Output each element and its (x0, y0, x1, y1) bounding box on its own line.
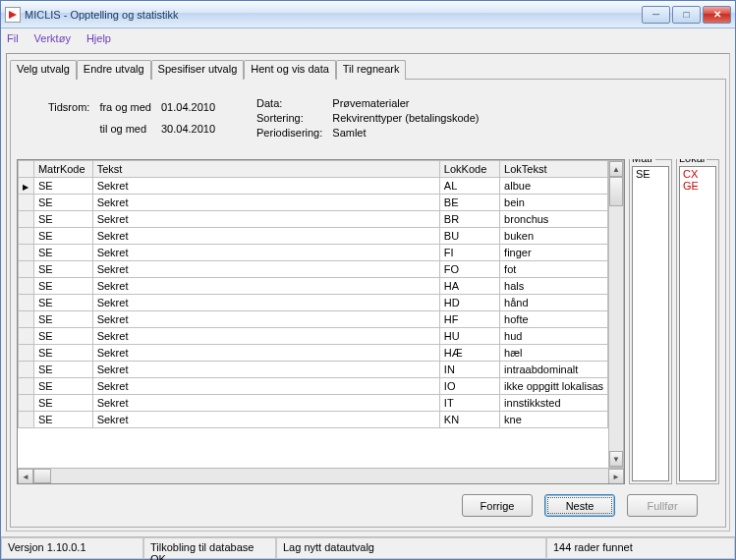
cell-lokkode: KN (439, 412, 499, 428)
cell-loktekst: fot (500, 261, 608, 278)
status-bar: Versjon 1.10.0.1 Tilkobling til database… (1, 536, 735, 559)
cell-tekst: Sekret (92, 278, 439, 295)
menu-tools[interactable]: Verktøy (34, 32, 71, 44)
cell-matrkode: SE (33, 311, 92, 328)
row-selector[interactable] (19, 395, 34, 412)
til-label: til og med (99, 120, 159, 140)
cell-tekst: Sekret (92, 211, 439, 228)
table-row[interactable]: SESekretITinnstikksted (19, 395, 608, 412)
cell-matrkode: SE (33, 211, 92, 228)
lokal-list[interactable]: CXGE (679, 166, 716, 481)
row-selector[interactable] (19, 228, 34, 245)
scroll-left-icon[interactable]: ◄ (18, 469, 33, 484)
cell-loktekst: hud (500, 328, 608, 345)
cell-tekst: Sekret (92, 412, 439, 428)
row-selector[interactable] (19, 362, 34, 378)
cell-loktekst: hånd (500, 295, 608, 311)
row-selector[interactable] (19, 211, 34, 228)
row-selector[interactable] (19, 311, 34, 328)
cell-loktekst: bein (500, 195, 608, 211)
menu-file[interactable]: Fil (7, 32, 19, 44)
cell-matrkode: SE (33, 178, 92, 195)
minimize-button[interactable]: ─ (642, 6, 670, 24)
tab-0[interactable]: Velg utvalg (10, 60, 77, 80)
lokal-box: Lokal CXGE (676, 159, 719, 484)
cell-matrkode: SE (33, 245, 92, 261)
row-selector[interactable] (19, 328, 34, 345)
row-selector[interactable] (19, 245, 34, 261)
row-selector[interactable] (19, 345, 34, 362)
horizontal-scrollbar[interactable]: ◄ ► (18, 468, 624, 483)
row-selector[interactable] (19, 412, 34, 428)
table-row[interactable]: SESekretBRbronchus (19, 211, 608, 228)
matr-list[interactable]: SE (632, 166, 669, 481)
prev-button[interactable]: Forrige (462, 494, 533, 517)
tab-1[interactable]: Endre utvalg (77, 60, 151, 80)
cell-matrkode: SE (33, 295, 92, 311)
table-row[interactable]: SESekretHFhofte (19, 311, 608, 328)
cell-matrkode: SE (33, 228, 92, 245)
scroll-down-icon[interactable]: ▼ (609, 451, 623, 467)
cell-loktekst: albue (500, 178, 608, 195)
row-selector[interactable] (19, 195, 34, 211)
row-selector[interactable] (19, 261, 34, 278)
hscroll-thumb[interactable] (33, 469, 51, 483)
table-row[interactable]: SESekretINintraabdominalt (19, 362, 608, 378)
cell-lokkode: IT (439, 395, 499, 412)
period-label: Periodisering: (256, 127, 330, 140)
data-grid[interactable]: MatrKode Tekst LokKode LokTekst SESekret… (17, 159, 625, 484)
cell-lokkode: BR (439, 211, 499, 228)
row-selector[interactable] (19, 178, 34, 195)
list-item[interactable]: GE (683, 180, 712, 192)
table-row[interactable]: SESekretKNkne (19, 412, 608, 428)
table-row[interactable]: SESekretBEbein (19, 195, 608, 211)
cell-tekst: Sekret (92, 345, 439, 362)
table-row[interactable]: SESekretFOfot (19, 261, 608, 278)
list-item[interactable]: SE (636, 168, 665, 180)
cell-tekst: Sekret (92, 178, 439, 195)
table-row[interactable]: SESekretHAhals (19, 278, 608, 295)
next-button[interactable]: Neste (544, 494, 615, 517)
list-item[interactable]: CX (683, 168, 712, 180)
col-matrkode[interactable]: MatrKode (33, 161, 92, 178)
cell-loktekst: bronchus (500, 211, 608, 228)
table-row[interactable]: SESekretFIfinger (19, 245, 608, 261)
scroll-thumb[interactable] (609, 177, 623, 206)
row-selector[interactable] (19, 278, 34, 295)
status-db: Tilkobling til database OK (143, 537, 276, 559)
col-loktekst[interactable]: LokTekst (500, 161, 608, 178)
row-selector[interactable] (19, 295, 34, 311)
matr-label: Matr (630, 159, 655, 164)
menu-bar: Fil Verktøy Hjelp (1, 28, 735, 48)
tab-3[interactable]: Hent og vis data (244, 60, 336, 80)
tab-2[interactable]: Spesifiser utvalg (151, 60, 245, 80)
tab-4[interactable]: Til regneark (336, 60, 407, 80)
table-row[interactable]: SESekretBUbuken (19, 228, 608, 245)
sort-value: Rekvirenttyper (betalingskode) (332, 112, 486, 125)
table-row[interactable]: SESekretHÆhæl (19, 345, 608, 362)
table-row[interactable]: SESekretHDhånd (19, 295, 608, 311)
cell-loktekst: finger (500, 245, 608, 261)
cell-lokkode: IO (439, 378, 499, 395)
scroll-up-icon[interactable]: ▲ (609, 161, 623, 177)
cell-tekst: Sekret (92, 362, 439, 378)
col-tekst[interactable]: Tekst (92, 161, 439, 178)
menu-help[interactable]: Hjelp (86, 32, 111, 44)
matr-box: Matr SE (629, 159, 672, 484)
table-row[interactable]: SESekretHUhud (19, 328, 608, 345)
data-label: Data: (256, 97, 330, 110)
cell-tekst: Sekret (92, 395, 439, 412)
table-row[interactable]: SESekretIOikke oppgitt lokalisas (19, 378, 608, 395)
scroll-right-icon[interactable]: ► (608, 469, 624, 484)
close-button[interactable]: ✕ (703, 6, 731, 24)
cell-lokkode: IN (439, 362, 499, 378)
row-header-corner (19, 161, 34, 178)
vertical-scrollbar[interactable]: ▲ ▼ (608, 160, 624, 468)
cell-matrkode: SE (33, 195, 92, 211)
row-selector[interactable] (19, 378, 34, 395)
maximize-button[interactable]: □ (672, 6, 701, 24)
tab-bar: Velg utvalgEndre utvalgSpesifiser utvalg… (10, 59, 726, 79)
table-row[interactable]: SESekretALalbue (19, 178, 608, 195)
col-lokkode[interactable]: LokKode (439, 161, 499, 178)
finish-button[interactable]: Fullfør (627, 494, 698, 517)
